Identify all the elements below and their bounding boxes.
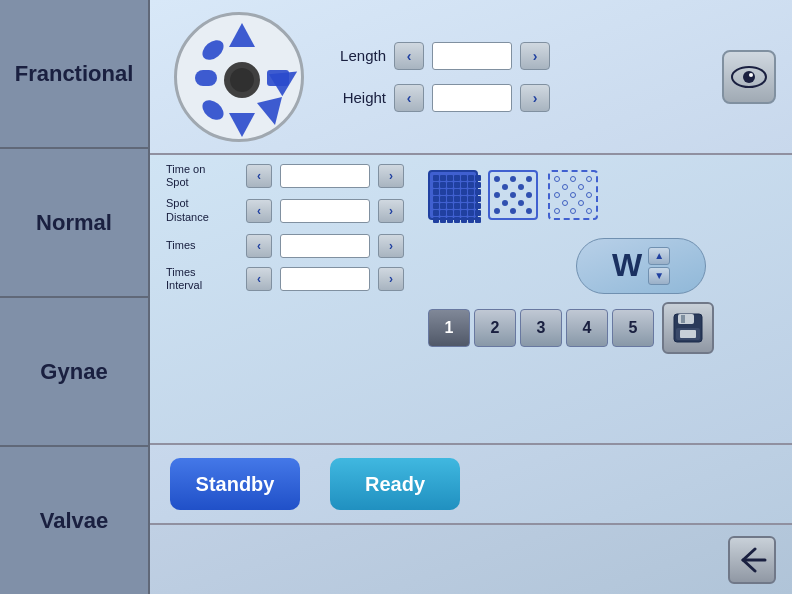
height-increase-button[interactable]: › <box>520 84 550 112</box>
svg-point-12 <box>749 73 753 77</box>
times-input[interactable] <box>280 234 370 258</box>
section-normal: Time onSpot ‹ › SpotDistance ‹ › <box>150 155 792 445</box>
time-on-spot-input[interactable] <box>280 164 370 188</box>
normal-controls: Time onSpot ‹ › SpotDistance ‹ › <box>166 163 416 224</box>
num-btn-5[interactable]: 5 <box>612 309 654 347</box>
svg-rect-15 <box>681 315 685 323</box>
times-interval-decrease-button[interactable]: ‹ <box>246 267 272 291</box>
height-control-row: Height ‹ › <box>331 84 702 112</box>
number-row: 1 2 3 4 5 <box>428 309 654 347</box>
w-decrease-button[interactable]: ▼ <box>648 267 670 285</box>
eye-button[interactable] <box>722 50 776 104</box>
pattern-icon-filled[interactable]: for(let i=0;i<49;i++) document.write('<d… <box>428 170 478 220</box>
pattern-icons-row: for(let i=0;i<49;i++) document.write('<d… <box>428 170 598 220</box>
svg-rect-2 <box>267 70 289 86</box>
sidebar-item-valvae[interactable]: Valvae <box>0 447 148 594</box>
section-valvae <box>150 525 792 594</box>
sidebar: Franctional Normal Gynae Valvae <box>0 0 150 594</box>
eye-icon <box>731 66 767 88</box>
spot-distance-increase-button[interactable]: › <box>378 199 404 223</box>
times-interval-row: TimesInterval ‹ › <box>166 266 416 292</box>
svg-point-9 <box>230 68 254 92</box>
length-decrease-button[interactable]: ‹ <box>394 42 424 70</box>
num-btn-4[interactable]: 4 <box>566 309 608 347</box>
time-on-spot-decrease-button[interactable]: ‹ <box>246 164 272 188</box>
pattern-wheel[interactable] <box>174 12 304 142</box>
pattern-icons-container: for(let i=0;i<49;i++) document.write('<d… <box>428 163 598 224</box>
svg-rect-17 <box>680 330 696 338</box>
svg-point-7 <box>198 36 227 64</box>
sidebar-item-gynae[interactable]: Gynae <box>0 298 148 447</box>
svg-marker-3 <box>257 97 282 125</box>
sidebar-item-fractional[interactable]: Franctional <box>0 0 148 149</box>
standby-button[interactable]: Standby <box>170 458 300 510</box>
times-interval-input[interactable] <box>280 267 370 291</box>
normal-bottom-controls: Times ‹ › TimesInterval ‹ › <box>166 234 416 354</box>
svg-marker-4 <box>229 113 255 137</box>
svg-rect-6 <box>195 70 217 86</box>
back-icon <box>737 547 767 573</box>
spot-distance-input[interactable] <box>280 199 370 223</box>
length-control-row: Length ‹ › <box>331 42 702 70</box>
spot-distance-decrease-button[interactable]: ‹ <box>246 199 272 223</box>
normal-bottom: Times ‹ › TimesInterval ‹ › W <box>166 234 776 354</box>
time-on-spot-row: Time onSpot ‹ › <box>166 163 416 189</box>
length-increase-button[interactable]: › <box>520 42 550 70</box>
wheel-svg <box>177 15 307 145</box>
times-interval-increase-button[interactable]: › <box>378 267 404 291</box>
time-on-spot-label: Time onSpot <box>166 163 238 189</box>
wheel-container <box>166 9 311 144</box>
sidebar-item-normal[interactable]: Normal <box>0 149 148 298</box>
w-increase-button[interactable]: ▲ <box>648 247 670 265</box>
section-fractional: Length ‹ › Height ‹ › <box>150 0 792 155</box>
spot-distance-row: SpotDistance ‹ › <box>166 197 416 223</box>
spot-distance-label: SpotDistance <box>166 197 238 223</box>
svg-point-5 <box>198 96 227 124</box>
length-height-controls: Length ‹ › Height ‹ › <box>331 42 702 112</box>
svg-rect-14 <box>678 314 694 324</box>
back-button[interactable] <box>728 536 776 584</box>
length-label: Length <box>331 47 386 64</box>
section-actions: Standby Ready <box>150 445 792 525</box>
svg-point-11 <box>743 71 755 83</box>
pattern-icon-sparse[interactable]: const visible2 = [0,2,4,6,8,10,12,14,16,… <box>488 170 538 220</box>
height-input[interactable] <box>432 84 512 112</box>
svg-marker-0 <box>229 23 255 47</box>
w-label: W <box>612 247 642 284</box>
ready-button[interactable]: Ready <box>330 458 460 510</box>
height-label: Height <box>331 89 386 106</box>
times-label: Times <box>166 239 238 252</box>
time-on-spot-increase-button[interactable]: › <box>378 164 404 188</box>
w-arrows: ▲ ▼ <box>648 247 670 285</box>
times-row: Times ‹ › <box>166 234 416 258</box>
height-decrease-button[interactable]: ‹ <box>394 84 424 112</box>
times-decrease-button[interactable]: ‹ <box>246 234 272 258</box>
normal-top: Time onSpot ‹ › SpotDistance ‹ › <box>166 163 776 224</box>
pattern-icon-outline[interactable]: for(let i=0;i<25;i++){ if(i%2===0) docum… <box>548 170 598 220</box>
w-selector[interactable]: W ▲ ▼ <box>576 238 706 294</box>
length-input[interactable] <box>432 42 512 70</box>
save-icon <box>672 312 704 344</box>
num-btn-3[interactable]: 3 <box>520 309 562 347</box>
save-button[interactable] <box>662 302 714 354</box>
times-interval-label: TimesInterval <box>166 266 238 292</box>
right-controls: W ▲ ▼ 1 2 3 4 5 <box>428 238 714 354</box>
num-btn-1[interactable]: 1 <box>428 309 470 347</box>
num-btn-2[interactable]: 2 <box>474 309 516 347</box>
main-content: Length ‹ › Height ‹ › <box>150 0 792 594</box>
times-increase-button[interactable]: › <box>378 234 404 258</box>
